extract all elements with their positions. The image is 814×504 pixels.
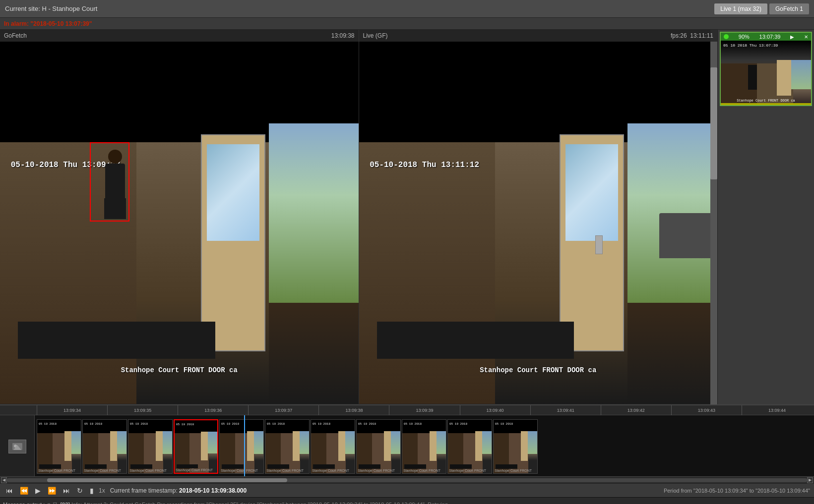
gofetch-camera-label: Stanhope Court FRONT DOOR ca [121,366,238,374]
h-scrollbar[interactable]: ◀ ▶ [0,476,814,483]
h-scroll-right-btn[interactable]: ▶ [807,477,813,483]
frame-thumb-scene: 05 10 2018 [37,420,81,465]
frame-thumb[interactable]: 05 10 2018 Stanhope Court FRONT [219,419,264,474]
frame-thumb[interactable]: 05 10 2018 Stanhope Court FRONT [128,419,173,474]
live-video-scene: 05-10-2018 Thu 13:11:12 Stanhope Court F… [359,30,718,404]
outdoor-right [269,123,359,303]
frame-thumb[interactable]: 05 10 2018 Stanhope Court FRONT [82,419,127,474]
live-fps: fps:26 [671,32,687,39]
live-door-glass [565,144,618,241]
live-door-frame [560,134,624,351]
current-site-label: Current site: H - Stanhope Court [5,5,97,12]
h-scroll-thumb[interactable] [47,478,287,482]
sidebar-dot [724,34,729,39]
period-text: Period from "2018-05-10 13:09:34" to "20… [664,488,810,494]
frame-thumb-scene: 05 10 2018 [220,420,263,465]
sidebar-cam-thumbnail: 05 10 2018 Thu 13:07:39 Stanhope Court F… [721,41,811,105]
message-bar: Message output : ▿ ▽ [02] Info: Attempt … [0,497,814,504]
play-button[interactable]: ▶ [33,486,43,495]
frame-thumb[interactable]: 05 10 2018 Stanhope Court FRONT [493,419,538,474]
sidebar-close-button[interactable]: ✕ [804,34,808,40]
timeline-tick: 13:09:38 [318,405,389,415]
frame-thumb-scene: 05 10 2018 [494,420,537,465]
frame-thumb-scene: 05 10 2018 [83,420,126,465]
gofetch-panel-title: GoFetch [4,32,27,39]
timeline-tick: 13:09:39 [389,405,459,415]
message-expand-button[interactable]: ▽ [53,502,57,504]
timeline-left-col [0,415,35,476]
frame-thumb[interactable]: 05 10 2018 Stanhope Court FRONT [265,419,310,474]
frame-timestamp-label: Current frame timestamp: 2018-05-10 13:0… [110,487,247,494]
timeline-tick: 13:09:36 [178,405,248,415]
sidebar-cam-panel: 90% 13:07:39 ▶ ✕ 05 10 2018 Thu 13:07:39… [720,32,812,106]
sidebar-play-button[interactable]: ▶ [790,34,794,40]
live-panel-fps-timestamp: fps:26 13:11:11 [671,32,713,39]
alarm-bar: In alarm: "2018-05-10 13:07:39" [0,18,814,30]
frame-thumb[interactable]: 05 10 2018 Stanhope Court FRONT [174,419,218,474]
thumb-scene-bg [721,41,811,105]
stop-button[interactable]: ▮ [88,486,96,495]
frame-thumb[interactable]: 05 10 2018 Stanhope Court FRONT [447,419,492,474]
v-scrollbar-track[interactable] [710,30,717,404]
frame-ts-prefix: Current frame timestamp: [110,487,178,494]
v-scrollbar-thumb[interactable] [710,67,717,180]
frame-thumb[interactable]: 05 10 2018 Stanhope Court FRONT [356,419,401,474]
frame-thumb-label: Stanhope Court FRONT [221,469,258,472]
message-channel: [02] [60,502,70,504]
frame-thumb-scene: 05 10 2018 [357,420,400,465]
thumb-door [777,60,791,96]
live-outdoor-right [627,123,717,303]
gofetch-button[interactable]: GoFetch 1 [769,3,809,14]
main-area: GoFetch 13:09:38 [0,30,814,404]
frame-thumb[interactable]: 05 10 2018 Stanhope Court FRONT [402,419,446,474]
frame-thumb-label: Stanhope Court FRONT [84,469,121,472]
message-body: Info: Attempt 2: Could not GoFetch Pre r… [71,502,452,504]
sidebar-cam-timestamp: 13:07:39 [759,34,781,40]
frame-thumb-scene: 05 10 2018 [448,420,492,465]
speed-indicator: 1x [99,487,105,494]
timeline-tick: 13:09:41 [530,405,601,415]
right-sidebar: 90% 13:07:39 ▶ ✕ 05 10 2018 Thu 13:07:39… [717,30,814,404]
frame-thumb-label: Stanhope Court FRONT [495,469,532,472]
frame-thumb[interactable]: 05 10 2018 Stanhope Court FRONT [311,419,355,474]
frame-thumb[interactable]: 05 10 2018 Stanhope Court FRONT [37,419,81,474]
rewind-button[interactable]: ⏪ [18,486,30,495]
top-buttons: Live 1 (max 32) GoFetch 1 [714,3,809,14]
floor-mat [18,322,215,359]
frame-thumb-label: Stanhope Court FRONT [358,469,395,472]
timeline-tick: 13:09:34 [37,405,107,415]
timeline-tick: 13:09:42 [601,405,671,415]
thumb-label: Stanhope Court FRONT DOOR ca [737,99,795,103]
frame-thumb-label: Stanhope Court FRONT [449,469,486,472]
placeholder-image-icon [8,440,26,453]
h-scroll-left-btn[interactable]: ◀ [1,477,7,483]
live-button[interactable]: Live 1 (max 32) [714,3,767,14]
thumb-timestamp: 05 10 2018 Thu 13:07:39 [723,43,778,48]
message-text: [02] Info: Attempt 2: Could not GoFetch … [60,502,452,504]
frame-thumb-label: Stanhope Court FRONT [38,469,75,472]
live-panel-title: Live (GF) [363,32,388,39]
fast-forward-button[interactable]: ⏩ [46,486,58,495]
frame-thumb-scene: 05 10 2018 [128,420,172,465]
go-start-button[interactable]: ⏮ [4,486,15,495]
h-scroll-track[interactable] [7,478,807,482]
timeline-area: 13:09:3413:09:3513:09:3613:09:3713:09:38… [0,404,814,476]
detection-box [90,142,129,222]
frame-thumb-label: Stanhope Court FRONT [129,469,167,472]
message-output-label: Message output : [3,502,45,504]
gofetch-video-panel: GoFetch 13:09:38 [0,30,359,404]
go-end-button[interactable]: ⏭ [61,486,72,495]
timeline-tick: 13:09:40 [460,405,530,415]
playhead [244,415,245,476]
loop-button[interactable]: ↻ [75,486,85,495]
frame-thumb-label: Stanhope Court FRONT [266,469,304,472]
message-clear-button[interactable]: ▿ [48,502,50,504]
gofetch-video-scene: 05-10-2018 Thu 13:09:37 Stanhope Court F… [0,30,359,404]
frame-ts-value: 2018-05-10 13:09:38.000 [179,487,247,494]
thumb-person [748,65,757,90]
timeline-tick: 13:09:35 [107,405,178,415]
frame-thumb-scene: 05 10 2018 [175,420,217,465]
frame-thumb-label: Stanhope Court FRONT [176,468,213,472]
door-glass [207,144,259,241]
live-video-panel: Live (GF) fps:26 13:11:11 [359,30,718,404]
